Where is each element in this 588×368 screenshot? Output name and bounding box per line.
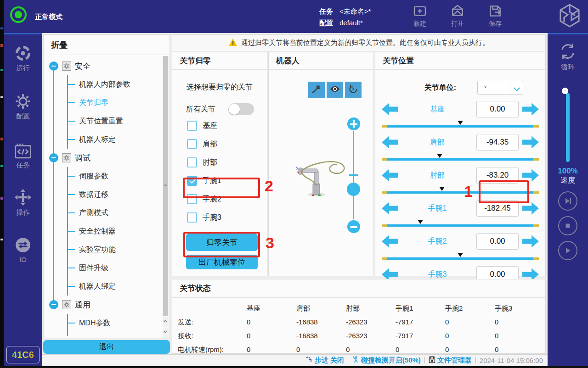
robot-3d-view[interactable] bbox=[294, 158, 352, 202]
jog-minus-button[interactable] bbox=[382, 103, 398, 116]
tree-item-joint-zeroing[interactable]: 关节归零 bbox=[68, 94, 170, 112]
joint-slider[interactable] bbox=[382, 191, 539, 194]
tree-group-safety[interactable]: 安全 bbox=[44, 57, 170, 75]
jog-minus-button[interactable] bbox=[382, 235, 398, 248]
save-icon bbox=[483, 4, 507, 18]
joint-slider-marker[interactable] bbox=[437, 154, 442, 161]
joint-slider[interactable] bbox=[382, 224, 539, 227]
jog-plus-button[interactable] bbox=[522, 103, 539, 116]
zoom-out-button[interactable] bbox=[347, 220, 360, 233]
collision-detection-indicator[interactable]: 碰撞检测开启(50%) bbox=[352, 356, 421, 365]
joint-value-field[interactable]: -94.35 bbox=[476, 134, 519, 151]
joint-slider-marker[interactable] bbox=[418, 220, 423, 227]
operate-icon bbox=[4, 188, 42, 206]
tree-group-debug[interactable]: 调试 bbox=[44, 149, 170, 167]
joint-slider-marker[interactable] bbox=[458, 121, 463, 128]
new-file-icon bbox=[408, 4, 432, 18]
joint-unit-label: 关节单位: bbox=[424, 83, 456, 93]
joint-value-field[interactable]: 0.00 bbox=[476, 101, 519, 117]
tree-item-data-migration[interactable]: 数据迁移 bbox=[68, 185, 170, 204]
checkbox-elbow[interactable] bbox=[187, 157, 197, 167]
visibility-button[interactable] bbox=[327, 82, 343, 98]
sidebar-item-operate[interactable]: 操作 bbox=[4, 188, 42, 217]
column-header: 手腕1 bbox=[396, 301, 445, 315]
jog-plus-button[interactable] bbox=[522, 136, 539, 149]
tree-item-lab-features[interactable]: 实验室功能 bbox=[68, 240, 170, 259]
sidebar-item-loop[interactable]: 循环 bbox=[548, 43, 588, 72]
speed-slider[interactable] bbox=[566, 93, 570, 162]
zero-joints-button[interactable]: 归零关节 bbox=[186, 234, 258, 251]
collapse-icon[interactable] bbox=[49, 153, 58, 162]
tree-item-robot-internal-params[interactable]: 机器人内部参数 bbox=[68, 75, 170, 94]
jog-plus-button[interactable] bbox=[522, 235, 539, 248]
rotate-view-button[interactable] bbox=[345, 82, 362, 98]
jog-plus-button[interactable] bbox=[522, 202, 539, 215]
jog-minus-button[interactable] bbox=[382, 136, 398, 149]
table-cell: 0 bbox=[247, 329, 296, 343]
unit-dropdown[interactable]: ° bbox=[477, 81, 523, 95]
task-config-block: 任务<未命名>* 配置default* bbox=[319, 6, 371, 28]
tree-item-safety-controller[interactable]: 安全控制器 bbox=[68, 222, 170, 240]
checkbox-wrist1[interactable] bbox=[187, 176, 197, 186]
all-joints-label: 所有关节 bbox=[186, 105, 215, 114]
tree-item-robot-binding[interactable]: 机器人绑定 bbox=[68, 277, 170, 296]
tree-item-firmware-upgrade[interactable]: 固件升级 bbox=[68, 259, 170, 277]
joint-slider-marker[interactable] bbox=[439, 187, 445, 194]
open-button[interactable]: 打开 bbox=[446, 4, 469, 28]
task-icon bbox=[4, 143, 42, 159]
joint-slider-marker[interactable] bbox=[458, 253, 463, 260]
step-next-button[interactable] bbox=[558, 191, 577, 211]
tree-scrollbar-thumb[interactable] bbox=[163, 56, 168, 316]
all-joints-toggle[interactable] bbox=[228, 103, 254, 115]
joint-value-field[interactable]: 0.00 bbox=[476, 233, 519, 250]
checkbox-row-wrist2: 手腕2 bbox=[187, 194, 267, 204]
status-badge: 41C6 bbox=[6, 346, 40, 363]
file-manager-link[interactable]: 文件管理器 bbox=[429, 356, 472, 365]
brand-logo-icon bbox=[559, 4, 581, 29]
tree-item-servo-params[interactable]: 伺服参数 bbox=[68, 167, 170, 185]
sidebar-item-task[interactable]: 任务 bbox=[4, 143, 42, 170]
joint-value-field[interactable]: -182.45 bbox=[476, 200, 519, 217]
table-cell: 0 bbox=[495, 329, 544, 343]
collapse-icon[interactable] bbox=[49, 61, 58, 71]
jog-minus-button[interactable] bbox=[382, 202, 398, 215]
new-button[interactable]: 新建 bbox=[408, 4, 432, 28]
scroll-down-button[interactable] bbox=[163, 328, 169, 338]
collapse-icon[interactable] bbox=[49, 300, 58, 309]
tree-item-mdh-params[interactable]: MDH参数 bbox=[68, 314, 170, 332]
jog-plus-button[interactable] bbox=[522, 169, 539, 182]
sidebar-item-io[interactable]: IO bbox=[4, 236, 42, 263]
checkbox-base[interactable] bbox=[187, 121, 197, 131]
joint-slider[interactable] bbox=[382, 125, 539, 128]
eye-icon bbox=[329, 84, 341, 96]
joint-value-field[interactable]: -83.20 bbox=[476, 167, 519, 184]
file-manager-icon bbox=[429, 356, 435, 365]
joint-slider[interactable] bbox=[382, 158, 539, 161]
speed-slider-handle[interactable] bbox=[562, 88, 568, 94]
exit-button[interactable]: 退出 bbox=[43, 340, 170, 354]
sidebar-item-run[interactable]: 运行 bbox=[4, 45, 42, 72]
tree-item-robot-calibration[interactable]: 机器人标定 bbox=[68, 130, 170, 149]
tree-header[interactable]: 折叠 bbox=[44, 35, 170, 55]
checkbox-row-wrist1: 手腕1 bbox=[187, 176, 267, 186]
joint-slider[interactable] bbox=[382, 257, 539, 260]
checkbox-wrist2[interactable] bbox=[187, 194, 197, 204]
sidebar-item-config[interactable]: 配置 bbox=[4, 93, 42, 121]
play-button[interactable] bbox=[558, 241, 577, 260]
checkbox-shoulder[interactable] bbox=[187, 139, 197, 149]
checkbox-row-shoulder: 肩部 bbox=[187, 139, 267, 149]
tree-item-production-test[interactable]: 产测模式 bbox=[68, 204, 170, 222]
tree-group-general[interactable]: 通用 bbox=[44, 296, 170, 314]
step-mode-indicator[interactable]: 步进 关闭 bbox=[305, 356, 344, 365]
checkbox-wrist3[interactable] bbox=[187, 212, 197, 223]
factory-zero-button[interactable]: 出厂机械零位 bbox=[186, 255, 258, 269]
stop-button[interactable] bbox=[558, 216, 577, 235]
zoom-in-button[interactable] bbox=[347, 117, 360, 130]
robot-view-panel: 机器人 bbox=[268, 52, 374, 276]
save-button[interactable]: 保存 bbox=[483, 4, 507, 28]
tools-button[interactable] bbox=[308, 82, 325, 98]
jog-minus-button[interactable] bbox=[382, 169, 398, 182]
tree-item-joint-position-reset[interactable]: 关节位置重置 bbox=[68, 112, 170, 130]
tree-scrollbar[interactable] bbox=[163, 56, 169, 316]
scroll-up-button[interactable] bbox=[163, 317, 169, 327]
